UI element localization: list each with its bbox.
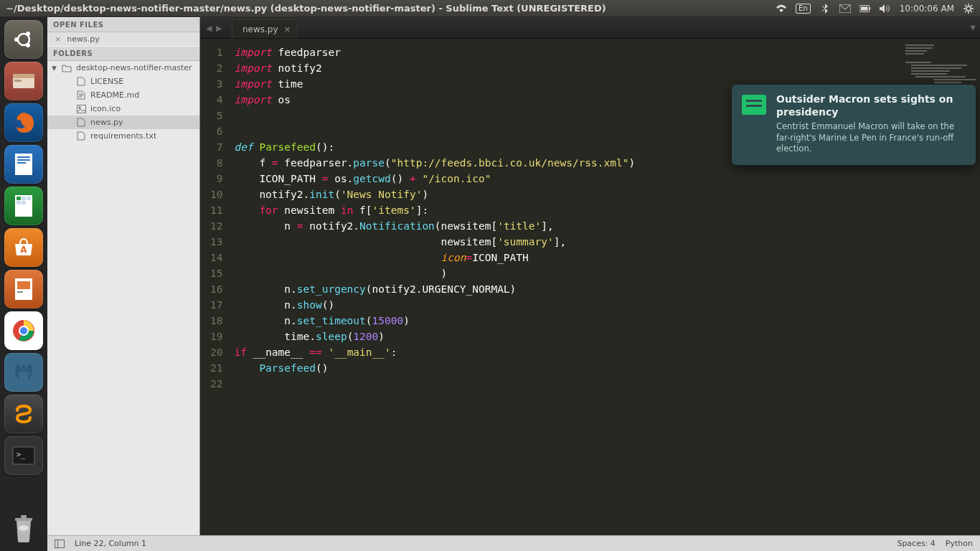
- unity-launcher: A >_: [0, 17, 47, 551]
- launcher-writer[interactable]: [4, 145, 43, 184]
- status-language[interactable]: Python: [946, 539, 973, 548]
- folder-root[interactable]: ▼ desktop-news-notifier-master: [47, 61, 199, 75]
- launcher-files[interactable]: [4, 62, 43, 100]
- close-file-icon[interactable]: ×: [55, 34, 61, 44]
- launcher-firefox[interactable]: [4, 103, 43, 142]
- file-icon: [76, 131, 86, 141]
- svg-point-34: [19, 525, 29, 531]
- svg-rect-20: [27, 197, 31, 200]
- wifi-icon[interactable]: [776, 3, 787, 14]
- svg-rect-25: [17, 281, 30, 289]
- file-item[interactable]: LICENSE: [47, 75, 199, 88]
- tab-bar: ◀ ▶ news.py × ▼: [200, 17, 980, 39]
- file-item[interactable]: README.md: [47, 88, 199, 102]
- svg-rect-26: [17, 291, 23, 293]
- launcher-chrome[interactable]: [4, 311, 43, 350]
- folders-header: FOLDERS: [47, 46, 199, 61]
- launcher-impress[interactable]: [4, 270, 43, 309]
- svg-point-7: [26, 32, 30, 36]
- status-position[interactable]: Line 22, Column 1: [75, 539, 146, 548]
- mail-icon[interactable]: [839, 3, 851, 14]
- svg-rect-14: [17, 156, 30, 158]
- svg-rect-19: [22, 197, 26, 200]
- svg-point-8: [26, 43, 30, 47]
- svg-rect-10: [13, 74, 34, 78]
- desktop-notification[interactable]: Outsider Macron sets sights on presidenc…: [732, 85, 976, 165]
- file-item[interactable]: news.py: [47, 116, 199, 129]
- svg-point-36: [78, 106, 80, 108]
- open-file-item[interactable]: × news.py: [47, 32, 199, 46]
- svg-rect-32: [15, 518, 32, 521]
- svg-rect-35: [77, 105, 85, 113]
- status-bar: Line 22, Column 1 Spaces: 4 Python: [47, 535, 980, 551]
- status-spaces[interactable]: Spaces: 4: [897, 539, 935, 548]
- launcher-software[interactable]: A: [4, 228, 43, 267]
- bluetooth-icon[interactable]: [819, 3, 831, 14]
- notification-chat-icon: [742, 95, 766, 115]
- svg-rect-18: [17, 197, 21, 200]
- file-icon: [76, 77, 86, 87]
- svg-rect-2: [860, 6, 867, 10]
- keyboard-indicator[interactable]: En: [796, 4, 811, 14]
- file-icon: [76, 118, 86, 128]
- volume-icon[interactable]: [880, 3, 891, 14]
- launcher-sublime[interactable]: [4, 395, 43, 433]
- system-menubar: ~/Desktop/desktop-news-notifier-master/n…: [0, 0, 980, 17]
- battery-icon[interactable]: [859, 3, 871, 14]
- launcher-calc[interactable]: [4, 187, 43, 225]
- svg-rect-22: [22, 201, 26, 204]
- chevron-down-icon: ▼: [52, 65, 57, 72]
- notification-title: Outsider Macron sets sights on presidenc…: [776, 93, 966, 118]
- svg-rect-11: [14, 80, 22, 82]
- sidebar: OPEN FILES × news.py FOLDERS ▼ desktop-n…: [47, 17, 200, 535]
- launcher-terminal[interactable]: >_: [4, 436, 43, 475]
- file-icon: [76, 90, 86, 100]
- launcher-trash[interactable]: [6, 511, 42, 547]
- file-icon: [76, 104, 86, 114]
- svg-rect-15: [17, 159, 30, 161]
- svg-text:>_: >_: [17, 451, 26, 459]
- clock[interactable]: 10:00:06 AM: [900, 4, 954, 14]
- open-files-header: OPEN FILES: [47, 17, 199, 32]
- notification-body: Centrist Emmanuel Macron will take on th…: [776, 121, 966, 155]
- folder-icon: [62, 63, 72, 73]
- svg-point-6: [14, 37, 19, 42]
- svg-rect-33: [21, 515, 27, 518]
- svg-text:A: A: [20, 245, 27, 255]
- file-item[interactable]: icon.ico: [47, 102, 199, 116]
- gear-icon[interactable]: [963, 3, 974, 14]
- line-gutter: 12345678910111213141516171819202122: [200, 39, 230, 535]
- file-item[interactable]: requirements.txt: [47, 129, 199, 143]
- layout-icon[interactable]: [55, 540, 65, 548]
- svg-point-4: [966, 6, 971, 11]
- launcher-dash[interactable]: [4, 20, 43, 59]
- svg-rect-16: [17, 162, 26, 164]
- tab-back-icon[interactable]: ◀: [206, 24, 215, 32]
- system-indicators: En 10:00:06 AM: [776, 3, 974, 14]
- launcher-postgres[interactable]: [4, 353, 43, 392]
- svg-rect-3: [869, 7, 870, 10]
- svg-point-29: [20, 327, 27, 334]
- window-title: ~/Desktop/desktop-news-notifier-master/n…: [6, 3, 776, 14]
- tab-overflow-icon[interactable]: ▼: [970, 24, 976, 32]
- svg-rect-21: [17, 201, 21, 204]
- close-tab-icon[interactable]: ×: [284, 24, 291, 34]
- tab-forward-icon[interactable]: ▶: [216, 24, 225, 32]
- tab-news-py[interactable]: news.py ×: [232, 19, 298, 38]
